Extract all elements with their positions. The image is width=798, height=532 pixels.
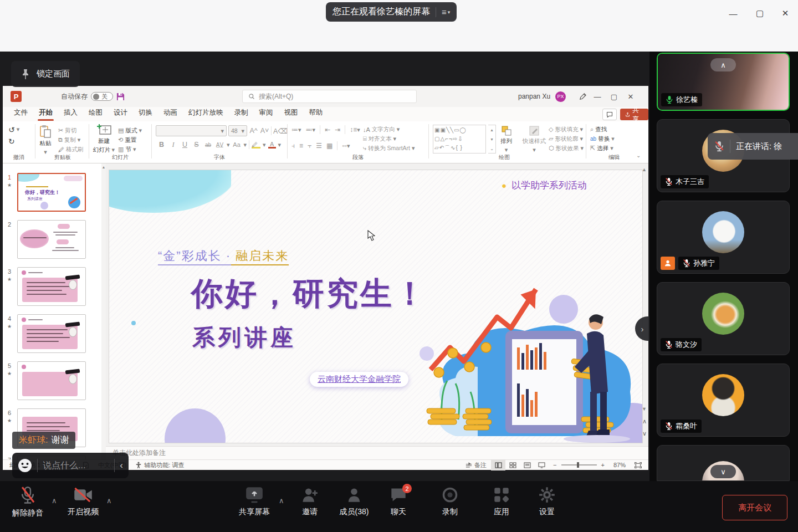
reset-button[interactable]: ⟲重置 xyxy=(118,135,142,145)
banner-menu-icon[interactable]: ≡▾ xyxy=(442,7,450,17)
emoji-icon[interactable] xyxy=(18,458,32,473)
cut-button[interactable]: ✂剪切 xyxy=(58,126,84,135)
line-spacing-button[interactable]: ↕≡▾ xyxy=(350,126,360,134)
accessibility-status[interactable]: 辅助功能: 调查 xyxy=(131,460,188,470)
bullets-button[interactable]: ≔▾ xyxy=(291,126,301,134)
shape-outline-button[interactable]: ▱形状轮廓▾ xyxy=(549,134,584,144)
tab-transitions[interactable]: 切换 xyxy=(133,106,158,121)
columns-button[interactable]: ▦ xyxy=(326,142,332,150)
italic-button[interactable]: I xyxy=(168,141,178,149)
settings-button[interactable]: 设置 xyxy=(524,487,570,517)
window-minimize-button[interactable]: — xyxy=(725,6,741,21)
window-maximize-button[interactable]: ▢ xyxy=(751,6,768,21)
clear-formatting-button[interactable]: A⌫ xyxy=(273,127,283,135)
unmute-button[interactable]: 解除静音 xyxy=(4,487,51,518)
tab-home[interactable]: 开始 xyxy=(33,106,58,121)
tab-record[interactable]: 录制 xyxy=(229,106,254,121)
start-video-button[interactable]: 开启视频 xyxy=(60,487,106,517)
normal-view-button[interactable] xyxy=(491,460,505,470)
participant-tile-luowenxi[interactable]: 骆文汐 xyxy=(657,282,790,355)
video-options-chevron[interactable]: ∧ xyxy=(106,497,112,505)
participant-tile-xuyizhen[interactable]: ∧ 徐艺榛 xyxy=(657,53,790,111)
ppt-search-input[interactable]: 搜索(Alt+Q) xyxy=(242,90,417,103)
copy-button[interactable]: ⧉复制▾ xyxy=(58,135,84,145)
shrink-font-button[interactable]: A˅ xyxy=(260,127,269,135)
undo-button[interactable]: ↺▾ xyxy=(8,125,19,134)
share-screen-button[interactable]: 共享屏幕 xyxy=(231,487,278,517)
font-name-select[interactable]: ▾ xyxy=(156,125,227,136)
arrange-button[interactable]: 排列▾ xyxy=(500,125,512,154)
add-remove-columns-button[interactable]: ▫▫▾ xyxy=(342,142,350,150)
chat-button[interactable]: 2 聊天 xyxy=(375,487,422,517)
bold-button[interactable]: B xyxy=(157,141,166,149)
window-close-button[interactable]: ✕ xyxy=(777,6,794,21)
slide-scroll-down-icon[interactable]: ▼ xyxy=(642,406,647,412)
zoom-out-button[interactable]: − xyxy=(549,460,561,470)
shapes-gallery[interactable]: ▣▣╲╲▭◯ ▢△⌐¬⇨⇩ ▱↶⌒∿{ } xyxy=(433,125,486,154)
slide-thumbnail-5[interactable] xyxy=(17,361,86,400)
align-text-button[interactable]: ⌸对齐文本▾ xyxy=(363,134,415,144)
numbering-button[interactable]: ≕▾ xyxy=(306,126,316,134)
chat-input-bar[interactable]: 说点什么... ‹ xyxy=(12,453,129,478)
zoom-slider-thumb[interactable] xyxy=(577,462,579,468)
notes-pane[interactable]: 单击此处添加备注 xyxy=(106,446,648,459)
grow-font-button[interactable]: A^ xyxy=(249,127,258,135)
next-slide-button[interactable]: ∨ xyxy=(642,430,647,437)
font-color-button[interactable]: A xyxy=(268,141,276,149)
inking-pen-icon[interactable] xyxy=(579,93,587,101)
comments-button[interactable] xyxy=(602,109,617,120)
participant-tile-shuangsangye[interactable]: 霜桑叶 xyxy=(657,364,790,437)
previous-slide-button[interactable]: ∧ xyxy=(642,418,647,425)
slide-scroll-up-icon[interactable]: ▲ xyxy=(642,167,647,172)
strikethrough-button[interactable]: S xyxy=(192,141,201,149)
zoom-in-button[interactable]: + xyxy=(597,460,609,470)
invite-button[interactable]: 邀请 xyxy=(287,487,333,517)
ppt-restore-button[interactable]: ▢ xyxy=(606,86,622,107)
scroll-participants-down-button[interactable]: ∨ xyxy=(710,465,736,478)
collapse-ribbon-button[interactable]: ⌄ xyxy=(636,152,641,158)
zoom-slider[interactable] xyxy=(561,464,597,466)
new-slide-button[interactable]: 新建 幻灯片▾ xyxy=(93,124,115,154)
highlight-color-button[interactable]: 🖉 xyxy=(252,141,260,149)
share-options-chevron[interactable]: ∧ xyxy=(279,497,284,505)
section-button[interactable]: ▥节▾ xyxy=(118,145,142,154)
tab-insert[interactable]: 插入 xyxy=(58,106,83,121)
user-avatar[interactable]: PX xyxy=(555,91,566,102)
shape-effects-button[interactable]: ⬡形状效果▾ xyxy=(549,144,584,153)
leave-meeting-button[interactable]: 离开会议 xyxy=(722,495,787,520)
slide-sorter-view-button[interactable] xyxy=(505,460,520,470)
slide-thumbnail-4[interactable] xyxy=(17,314,86,353)
slide-thumbnail-1[interactable]: 你好，研究生！ 系列讲座 xyxy=(17,173,86,212)
participant-tile-sunyaning[interactable]: 孙雅宁 xyxy=(657,201,790,274)
autosave-control[interactable]: 自动保存 关 xyxy=(61,86,125,107)
char-spacing-button[interactable]: A̲V̲ xyxy=(215,142,224,148)
align-left-button[interactable]: ⫞ xyxy=(291,142,295,150)
select-button[interactable]: ⇱选择▾ xyxy=(590,144,615,153)
tab-design[interactable]: 设计 xyxy=(108,106,133,121)
find-button[interactable]: ⌕查找 xyxy=(590,125,615,134)
record-button[interactable]: 录制 xyxy=(427,487,473,517)
save-icon[interactable] xyxy=(116,93,125,101)
ppt-minimize-button[interactable]: — xyxy=(589,86,606,107)
tab-animations[interactable]: 动画 xyxy=(158,106,183,121)
participant-tile-more[interactable]: ∨ xyxy=(657,445,790,481)
underline-button[interactable]: U xyxy=(180,141,190,149)
tab-slideshow[interactable]: 幻灯片放映 xyxy=(183,106,229,121)
audio-options-chevron[interactable]: ∧ xyxy=(52,497,57,505)
shadow-button[interactable]: ab xyxy=(203,142,213,148)
change-case-button[interactable]: Aa xyxy=(232,141,242,148)
autosave-toggle[interactable]: 关 xyxy=(91,92,113,101)
tab-view[interactable]: 视图 xyxy=(279,106,304,121)
members-button[interactable]: 成员(38) xyxy=(331,487,377,517)
quick-styles-button[interactable]: 快速样式▾ xyxy=(523,125,546,154)
watching-banner[interactable]: 您正在观看徐艺榛的屏幕 ≡▾ xyxy=(326,2,457,22)
shape-fill-button[interactable]: ◇形状填充▾ xyxy=(549,125,584,134)
justify-button[interactable]: ☰ xyxy=(316,142,322,150)
notes-toggle-button[interactable]: 备注 xyxy=(461,460,491,470)
align-center-button[interactable]: ≡ xyxy=(299,142,303,150)
replace-button[interactable]: ab替换▾ xyxy=(590,134,615,144)
font-size-select[interactable]: 48▾ xyxy=(228,125,247,136)
slideshow-view-button[interactable] xyxy=(534,460,549,470)
apps-button[interactable]: 应用 xyxy=(478,487,525,517)
redo-button[interactable]: ↻ xyxy=(8,136,19,146)
